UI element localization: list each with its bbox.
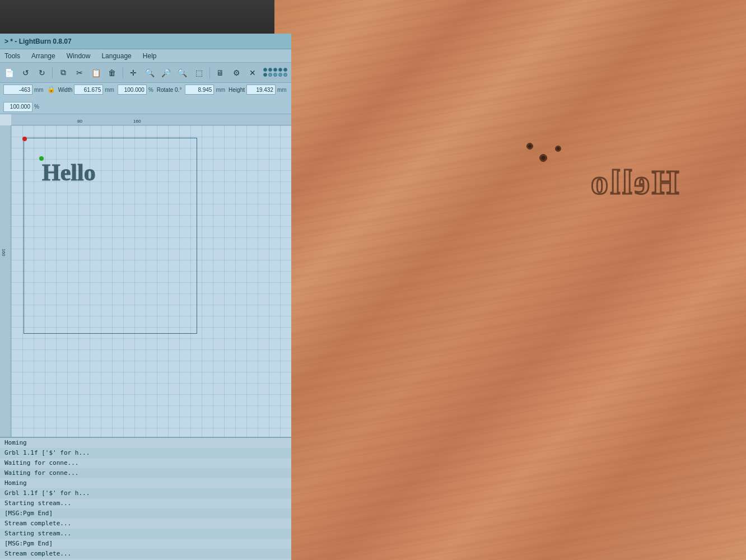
y-position-group: mm: [185, 85, 225, 95]
console-panel: Homing Grbl 1.1f ['$' for h... Waiting f…: [0, 437, 291, 560]
width-input[interactable]: [74, 85, 103, 95]
tool-move[interactable]: ✛: [127, 66, 141, 80]
title-bar: > * - LightBurn 0.8.07: [0, 34, 291, 49]
x-position-group: mm: [3, 85, 44, 95]
tool-delete[interactable]: 🗑: [105, 66, 119, 80]
tool-new[interactable]: 📄: [2, 66, 16, 80]
console-line-9: Starting stream...: [0, 529, 291, 539]
toolbar: 📄 ↺ ↻ ⧉ ✂ 📋 🗑 ✛ 🔍 🔎 🔍 ⬚ 🖥 ⚙ ✕: [0, 63, 291, 83]
app-title: > * - LightBurn 0.8.07: [4, 38, 72, 45]
dot-8: [273, 73, 277, 77]
tool-redo[interactable]: ↻: [35, 66, 49, 80]
dot-2: [268, 68, 272, 72]
dot-7: [268, 73, 272, 77]
menu-help[interactable]: Help: [141, 51, 159, 61]
scale-x-group: %: [118, 85, 153, 95]
dot-4: [278, 68, 282, 72]
tool-undo[interactable]: ↺: [18, 66, 32, 80]
grid-canvas[interactable]: Hello: [11, 125, 291, 437]
menu-window[interactable]: Window: [64, 51, 93, 61]
speed-power-dots: [263, 68, 288, 77]
canvas-border: [24, 138, 197, 334]
console-line-1: Grbl 1.1f ['$' for h...: [0, 448, 291, 458]
console-line-10: [MSG:Pgm End]: [0, 539, 291, 549]
x-position-input[interactable]: [3, 85, 32, 95]
ruler-top: 80 160: [11, 114, 291, 125]
menu-arrange[interactable]: Arrange: [29, 51, 58, 61]
console-line-4: Homing: [0, 478, 291, 488]
console-line-3: Waiting for conne...: [0, 468, 291, 478]
separator-1: [52, 67, 53, 78]
tool-settings[interactable]: ⚙: [230, 66, 244, 80]
menu-bar[interactable]: Tools Arrange Window Language Help: [0, 49, 291, 63]
scale-x-input[interactable]: [118, 85, 147, 95]
console-line-11: Stream complete...: [0, 549, 291, 559]
console-line-8: Stream complete...: [0, 519, 291, 529]
dot-10: [283, 73, 287, 77]
ruler-mark-80: 80: [77, 119, 82, 124]
rotate-label: Rotate 0.°: [157, 87, 182, 93]
console-line-2: Waiting for conne...: [0, 458, 291, 468]
scale-x-unit: %: [148, 87, 153, 93]
scale-y-unit: %: [34, 104, 39, 110]
tool-zoom-out[interactable]: 🔍: [175, 66, 189, 80]
width-unit: mm: [105, 87, 114, 93]
console-line-7: [MSG:Pgm End]: [0, 508, 291, 519]
object-handle: [39, 156, 44, 161]
burned-text: Hello: [589, 162, 679, 202]
height-unit: mm: [277, 87, 287, 93]
dot-6: [263, 73, 267, 77]
tool-cut[interactable]: ✂: [73, 66, 87, 80]
tool-copy[interactable]: ⧉: [56, 66, 70, 80]
width-label: Width: [58, 87, 73, 93]
origin-marker: [22, 137, 27, 141]
tool-paste[interactable]: 📋: [89, 66, 103, 80]
tool-device[interactable]: 🖥: [213, 66, 227, 80]
console-line-5: Grbl 1.1f ['$' for h...: [0, 488, 291, 498]
menu-tools[interactable]: Tools: [2, 51, 22, 61]
tool-select-rect[interactable]: ⬚: [192, 66, 206, 80]
screw-hole-1: [526, 143, 533, 150]
x-unit: mm: [34, 87, 44, 93]
y-position-input[interactable]: [185, 85, 214, 95]
tool-close[interactable]: ✕: [246, 66, 260, 80]
tool-zoom-in[interactable]: 🔍: [143, 66, 157, 80]
lightburn-window: > * - LightBurn 0.8.07 Tools Arrange Win…: [0, 34, 291, 560]
canvas-area[interactable]: 80 160 160 Hello: [0, 114, 291, 437]
height-label: Height: [229, 87, 245, 93]
scale-y-input[interactable]: [3, 102, 32, 112]
screw-hole-3: [555, 146, 561, 152]
y-unit: mm: [216, 87, 225, 93]
separator-3: [209, 67, 210, 78]
ruler-mark-160: 160: [133, 119, 141, 124]
ruler-left: 160: [0, 125, 11, 437]
tool-zoom-fit[interactable]: 🔎: [159, 66, 173, 80]
scale-y-group: %: [3, 102, 39, 112]
height-group: Height mm: [229, 85, 287, 95]
width-group: Width mm: [58, 85, 114, 95]
dot-3: [273, 68, 277, 72]
menu-language[interactable]: Language: [99, 51, 133, 61]
dot-9: [278, 73, 282, 77]
console-line-0: Homing: [0, 438, 291, 448]
ruler-mark-left-160: 160: [1, 249, 6, 256]
property-bar: mm 🔒 Width mm % Rotate 0.° mm Height mm: [0, 83, 291, 114]
wood-panel: Hello: [274, 0, 746, 560]
dot-1: [263, 68, 267, 72]
dot-5: [283, 68, 287, 72]
separator-2: [123, 67, 123, 78]
screw-hole-2: [539, 154, 547, 162]
console-line-6: Starting stream...: [0, 498, 291, 508]
height-input[interactable]: [246, 85, 276, 95]
lock-icon: 🔒: [47, 85, 55, 94]
